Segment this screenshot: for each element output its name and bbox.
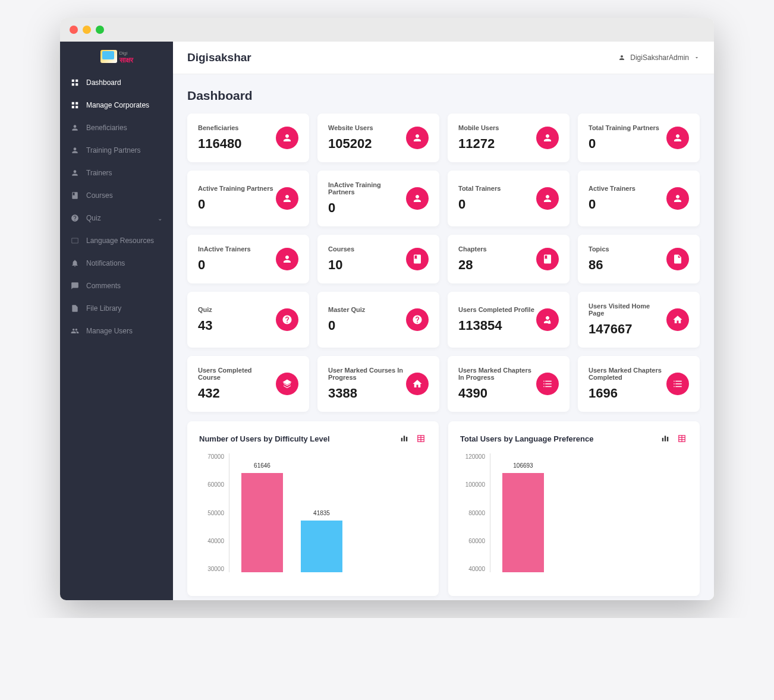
maximize-window-button[interactable] — [96, 26, 104, 34]
chart-card-1: Total Users by Language Preference120000… — [448, 421, 700, 596]
sidebar-item-quiz[interactable]: Quiz⌄ — [60, 207, 173, 229]
svg-rect-6 — [72, 106, 74, 108]
sidebar-item-comments[interactable]: Comments — [60, 275, 173, 297]
list-icon — [666, 373, 689, 395]
chart-view-bars-button[interactable] — [398, 433, 410, 444]
sidebar-item-label: Dashboard — [86, 78, 121, 87]
stat-card-user-marked-courses-in-progress[interactable]: User Marked Courses In Progress3388 — [317, 356, 439, 412]
app-logo: Digiसाक्षर — [60, 42, 173, 71]
sidebar: Digiसाक्षर DashboardManage CorporatesBen… — [60, 42, 173, 600]
stat-value: 116480 — [198, 136, 276, 152]
sidebar-item-label: Courses — [86, 191, 113, 200]
stat-label: Active Trainers — [589, 185, 666, 192]
stat-label: Beneficiaries — [198, 124, 276, 131]
stat-card-quiz[interactable]: Quiz43 — [187, 292, 309, 348]
sidebar-nav: DashboardManage CorporatesBeneficiariesT… — [60, 71, 173, 342]
stat-label: Master Quiz — [328, 306, 406, 313]
chart-view-bars-button[interactable] — [659, 433, 671, 444]
sidebar-item-training-partners[interactable]: Training Partners — [60, 139, 173, 162]
stat-value: 0 — [458, 197, 536, 212]
user-name: DigiSaksharAdmin — [630, 53, 689, 62]
sidebar-item-label: File Library — [86, 304, 121, 313]
stat-card-users-visited-home-page[interactable]: Users Visited Home Page147667 — [578, 292, 700, 348]
chart-view-table-button[interactable] — [415, 433, 427, 444]
stat-value: 1696 — [589, 386, 666, 401]
stat-card-master-quiz[interactable]: Master Quiz0 — [317, 292, 439, 348]
chart-title: Number of Users by Difficulty Level — [199, 434, 330, 443]
sidebar-item-label: Comments — [86, 282, 121, 290]
sidebar-item-trainers[interactable]: Trainers — [60, 162, 173, 184]
stat-card-topics[interactable]: Topics86 — [578, 235, 700, 283]
stat-card-website-users[interactable]: Website Users105202 — [317, 113, 439, 162]
bell-icon — [71, 259, 79, 267]
stat-card-users-marked-chapters-in-progress[interactable]: Users Marked Chapters In Progress4390 — [448, 356, 570, 412]
stat-label: Total Training Partners — [589, 124, 666, 131]
chart-bar: 61646 — [241, 473, 283, 572]
user-icon — [666, 127, 689, 149]
stat-card-users-marked-chapters-completed[interactable]: Users Marked Chapters Completed1696 — [578, 356, 700, 412]
stat-card-users-completed-profile[interactable]: Users Completed Profile113854 — [448, 292, 570, 348]
minimize-window-button[interactable] — [83, 26, 91, 34]
chart-view-table-button[interactable] — [676, 433, 688, 444]
sidebar-item-courses[interactable]: Courses — [60, 184, 173, 207]
sidebar-item-label: Manage Corporates — [86, 101, 149, 109]
chart-plot: 70000600005000040000300006164641835 — [199, 453, 427, 584]
sidebar-item-notifications[interactable]: Notifications — [60, 252, 173, 275]
stat-card-users-completed-course[interactable]: Users Completed Course432 — [187, 356, 309, 412]
stat-label: Users Completed Profile — [458, 306, 536, 313]
user-menu[interactable]: DigiSaksharAdmin — [618, 53, 700, 62]
app-title: Digisakshar — [187, 51, 251, 64]
stat-label: InActive Trainers — [198, 245, 276, 253]
stat-card-total-training-partners[interactable]: Total Training Partners0 — [578, 113, 700, 162]
stat-value: 113854 — [458, 318, 536, 333]
close-window-button[interactable] — [70, 26, 78, 34]
content-area: Dashboard Beneficiaries116480Website Use… — [173, 74, 714, 600]
stat-label: InActive Training Partners — [328, 181, 406, 196]
stat-card-mobile-users[interactable]: Mobile Users11272 — [448, 113, 570, 162]
stat-card-chapters[interactable]: Chapters28 — [448, 235, 570, 283]
stat-value: 11272 — [458, 136, 536, 152]
stat-value: 0 — [589, 136, 666, 152]
stat-label: Active Training Partners — [198, 185, 276, 192]
stat-card-active-trainers[interactable]: Active Trainers0 — [578, 171, 700, 226]
chart-bars: 106693 — [490, 453, 688, 572]
stat-label: Users Visited Home Page — [589, 302, 666, 317]
stat-card-active-training-partners[interactable]: Active Training Partners0 — [187, 171, 309, 226]
sidebar-item-label: Quiz — [86, 214, 101, 222]
window-titlebar — [60, 18, 714, 42]
chart-card-0: Number of Users by Difficulty Level70000… — [187, 421, 439, 596]
book-icon — [406, 248, 429, 270]
bar-value-label: 41835 — [301, 510, 342, 516]
svg-rect-1 — [75, 80, 78, 82]
stat-value: 147667 — [589, 321, 666, 337]
sidebar-item-file-library[interactable]: File Library — [60, 297, 173, 320]
sidebar-item-dashboard[interactable]: Dashboard — [60, 71, 173, 94]
book-icon — [536, 248, 559, 270]
user-icon — [536, 127, 559, 149]
logo-text: Digiसाक्षर — [119, 49, 133, 64]
sidebar-item-beneficiaries[interactable]: Beneficiaries — [60, 116, 173, 139]
sidebar-item-language-resources[interactable]: Language Resources — [60, 229, 173, 252]
svg-rect-10 — [406, 437, 407, 442]
stat-card-inactive-training-partners[interactable]: InActive Training Partners0 — [317, 171, 439, 226]
chart-plot: 120000100000800006000040000106693 — [460, 453, 688, 584]
sidebar-item-label: Notifications — [86, 259, 125, 267]
stat-label: Mobile Users — [458, 124, 536, 131]
stat-card-courses[interactable]: Courses10 — [317, 235, 439, 283]
svg-rect-17 — [667, 437, 668, 442]
stat-card-total-trainers[interactable]: Total Trainers0 — [448, 171, 570, 226]
user-icon — [276, 248, 298, 270]
charts-row: Number of Users by Difficulty Level70000… — [187, 421, 700, 596]
svg-rect-8 — [401, 438, 402, 442]
user-icon — [276, 127, 298, 149]
sidebar-item-manage-corporates[interactable]: Manage Corporates — [60, 94, 173, 116]
user-icon — [618, 54, 625, 61]
user-icon — [71, 169, 79, 177]
sidebar-item-manage-users[interactable]: Manage Users — [60, 320, 173, 342]
chart-title: Total Users by Language Preference — [460, 434, 593, 443]
stat-label: Chapters — [458, 245, 536, 253]
stat-card-inactive-trainers[interactable]: InActive Trainers0 — [187, 235, 309, 283]
user-icon — [406, 187, 429, 210]
stat-card-beneficiaries[interactable]: Beneficiaries116480 — [187, 113, 309, 162]
stat-value: 10 — [328, 257, 406, 273]
